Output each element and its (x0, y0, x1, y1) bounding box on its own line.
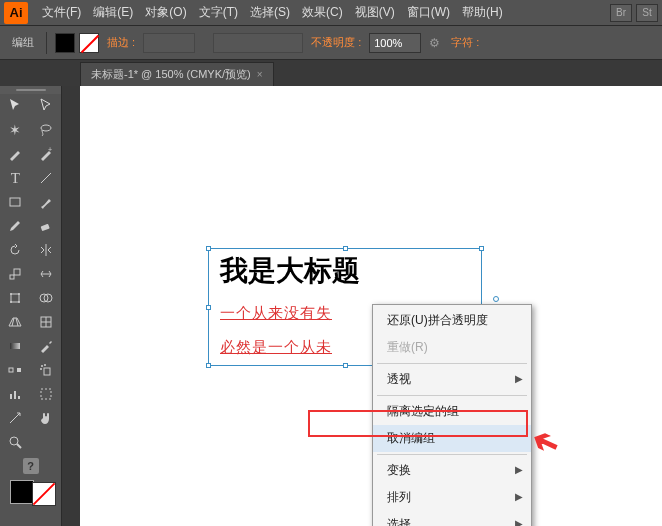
svg-point-30 (10, 437, 18, 445)
stroke-weight-input[interactable] (143, 33, 195, 53)
add-anchor-tool[interactable]: + (31, 142, 62, 166)
svg-point-23 (41, 365, 43, 367)
close-icon[interactable]: × (257, 69, 263, 80)
slice-tool[interactable] (0, 406, 31, 430)
bridge-button[interactable]: Br (610, 4, 632, 22)
ctx-arrange[interactable]: 排列▶ (373, 484, 531, 511)
svg-rect-5 (10, 275, 14, 279)
eyedropper-tool[interactable] (31, 334, 62, 358)
menu-effect[interactable]: 效果(C) (296, 4, 349, 21)
svg-rect-26 (10, 394, 12, 399)
mesh-tool[interactable] (31, 310, 62, 334)
blend-tool[interactable] (0, 358, 31, 382)
menu-file[interactable]: 文件(F) (36, 4, 87, 21)
svg-rect-3 (10, 198, 20, 206)
magic-wand-tool[interactable]: ✶ (0, 118, 31, 142)
menu-edit[interactable]: 编辑(E) (87, 4, 139, 21)
lasso-tool[interactable] (31, 118, 62, 142)
panel-dock-gap (62, 86, 80, 526)
subtext-line2[interactable]: 必然是一个从未 (220, 338, 332, 357)
artboard-tool[interactable] (31, 382, 62, 406)
rotate-tool[interactable] (0, 238, 31, 262)
heading-text[interactable]: 我是大标题 (220, 252, 360, 290)
svg-text:+: + (48, 146, 52, 153)
svg-point-10 (10, 301, 12, 303)
line-tool[interactable] (31, 166, 62, 190)
hand-tool[interactable] (31, 406, 62, 430)
symbol-sprayer-tool[interactable] (31, 358, 62, 382)
menu-view[interactable]: 视图(V) (349, 4, 401, 21)
svg-rect-21 (17, 368, 21, 372)
svg-rect-6 (14, 269, 20, 275)
menubar: Ai 文件(F) 编辑(E) 对象(O) 文字(T) 选择(S) 效果(C) 视… (0, 0, 662, 26)
menu-help[interactable]: 帮助(H) (456, 4, 509, 21)
ctx-ungroup[interactable]: 取消编组 (373, 425, 531, 452)
help-button[interactable]: ? (0, 454, 61, 478)
ctx-transform[interactable]: 变换▶ (373, 457, 531, 484)
menu-object[interactable]: 对象(O) (139, 4, 192, 21)
zoom-tool[interactable] (0, 430, 31, 454)
stroke-swatch[interactable] (79, 33, 99, 53)
document-tab[interactable]: 未标题-1* @ 150% (CMYK/预览) × (80, 62, 274, 86)
width-tool[interactable] (31, 262, 62, 286)
svg-point-25 (40, 368, 42, 370)
type-tool[interactable]: T (0, 166, 31, 190)
svg-point-24 (44, 364, 46, 366)
menu-window[interactable]: 窗口(W) (401, 4, 456, 21)
eraser-tool[interactable] (31, 214, 62, 238)
free-transform-tool[interactable] (0, 286, 31, 310)
svg-point-11 (18, 301, 20, 303)
column-graph-tool[interactable] (0, 382, 31, 406)
stock-button[interactable]: St (636, 4, 658, 22)
direct-selection-tool[interactable] (31, 94, 62, 118)
gear-icon[interactable]: ⚙ (425, 34, 443, 52)
ctx-isolate[interactable]: 隔离选定的组 (373, 398, 531, 425)
rotate-handle[interactable] (493, 296, 499, 302)
fill-swatch[interactable] (55, 33, 75, 53)
svg-rect-22 (44, 368, 50, 375)
subtext-line1[interactable]: 一个从来没有失 (220, 304, 332, 323)
ctx-redo: 重做(R) (373, 334, 531, 361)
opacity-label[interactable]: 不透明度 : (307, 35, 365, 50)
selection-tool[interactable] (0, 94, 31, 118)
rectangle-tool[interactable] (0, 190, 31, 214)
control-bar: 编组 描边 : 不透明度 : ⚙ 字符 : (0, 26, 662, 60)
fill-stroke-control[interactable] (0, 478, 61, 518)
svg-rect-4 (40, 224, 49, 231)
paintbrush-tool[interactable] (31, 190, 62, 214)
gradient-tool[interactable] (0, 334, 31, 358)
pen-tool[interactable] (0, 142, 31, 166)
document-tabbar: 未标题-1* @ 150% (CMYK/预览) × (0, 60, 662, 86)
canvas[interactable]: 我是大标题 一个从来没有失 必然是一个从未 还原(U)拼合透明度 重做(R) 透… (80, 86, 662, 526)
opacity-input[interactable] (369, 33, 421, 53)
svg-line-2 (41, 173, 51, 183)
ctx-undo[interactable]: 还原(U)拼合透明度 (373, 307, 531, 334)
perspective-grid-tool[interactable] (0, 310, 31, 334)
svg-rect-29 (41, 389, 51, 399)
menu-type[interactable]: 文字(T) (193, 4, 244, 21)
stroke-color-swatch[interactable] (10, 480, 34, 504)
context-menu: 还原(U)拼合透明度 重做(R) 透视▶ 隔离选定的组 取消编组 变换▶ 排列▶… (372, 304, 532, 526)
ctx-select[interactable]: 选择▶ (373, 511, 531, 526)
character-label[interactable]: 字符 : (447, 35, 483, 50)
selection-type-label: 编组 (8, 35, 38, 50)
svg-rect-27 (14, 391, 16, 399)
svg-rect-20 (9, 368, 13, 372)
ctx-perspective[interactable]: 透视▶ (373, 366, 531, 393)
svg-point-9 (18, 293, 20, 295)
menu-select[interactable]: 选择(S) (244, 4, 296, 21)
svg-rect-19 (10, 343, 20, 349)
panel-grip[interactable] (0, 86, 61, 94)
shape-builder-tool[interactable] (31, 286, 62, 310)
brush-input[interactable] (213, 33, 303, 53)
scale-tool[interactable] (0, 262, 31, 286)
app-logo: Ai (4, 2, 28, 24)
stroke-label[interactable]: 描边 : (103, 35, 139, 50)
svg-rect-7 (11, 294, 19, 302)
tab-title: 未标题-1* @ 150% (CMYK/预览) (91, 67, 251, 82)
fill-color-swatch[interactable] (32, 482, 56, 506)
pencil-tool[interactable] (0, 214, 31, 238)
reflect-tool[interactable] (31, 238, 62, 262)
svg-line-31 (17, 444, 21, 448)
toolbox: ✶ + T ? (0, 86, 62, 526)
